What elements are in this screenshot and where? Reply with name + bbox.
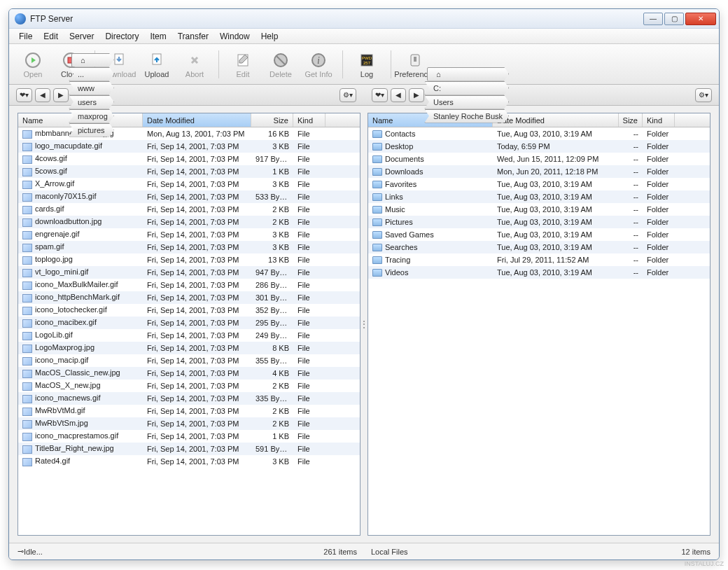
- file-row[interactable]: engrenaje.gifFri, Sep 14, 2001, 7:03 PM3…: [18, 228, 360, 241]
- file-row[interactable]: LogoLib.gifFri, Sep 14, 2001, 7:03 PM249…: [18, 329, 360, 342]
- file-icon: [22, 244, 32, 252]
- file-row[interactable]: 5cows.gifFri, Sep 14, 2001, 7:03 PM1 KBF…: [18, 165, 360, 178]
- titlebar[interactable]: FTP Server — ▢ ✕: [9, 9, 719, 29]
- file-icon: [22, 294, 32, 303]
- forward-button[interactable]: ▶: [53, 88, 69, 102]
- file-icon: [22, 206, 32, 214]
- file-row[interactable]: MwRbVtMd.gifFri, Sep 14, 2001, 7:03 PM2 …: [18, 405, 360, 417]
- menubar: FileEditServerDirectoryItemTransferWindo…: [9, 29, 719, 44]
- file-row[interactable]: MusicTue, Aug 03, 2010, 3:19 AM--Folder: [368, 203, 710, 216]
- file-row[interactable]: MacOS_Classic_new.jpgFri, Sep 14, 2001, …: [18, 367, 360, 380]
- app-icon: [15, 13, 26, 25]
- column-kind[interactable]: Kind: [643, 113, 675, 127]
- menu-help[interactable]: Help: [255, 29, 284, 43]
- column-kind[interactable]: Kind: [293, 113, 326, 127]
- menu-item[interactable]: Item: [144, 29, 172, 43]
- file-row[interactable]: icono_httpBenchMark.gifFri, Sep 14, 2001…: [18, 291, 360, 304]
- breadcrumb-3[interactable]: Stanley Roche Busk: [424, 109, 509, 123]
- breadcrumb-0[interactable]: ⌂: [427, 67, 509, 81]
- file-row[interactable]: DesktopToday, 6:59 PM--Folder: [368, 140, 710, 153]
- back-button-r[interactable]: ◀: [391, 88, 406, 102]
- breadcrumb-2[interactable]: Users: [424, 95, 509, 109]
- back-button[interactable]: ◀: [35, 88, 50, 102]
- file-row[interactable]: 4cows.gifFri, Sep 14, 2001, 7:03 PM917 B…: [18, 153, 360, 165]
- local-pane: NameDate ModifiedSizeKindContactsTue, Au…: [368, 113, 710, 536]
- file-row[interactable]: downloadbutton.jpgFri, Sep 14, 2001, 7:0…: [18, 216, 360, 228]
- file-icon: [22, 143, 32, 151]
- file-row[interactable]: MacOS_X_new.jpgFri, Sep 14, 2001, 7:03 P…: [18, 380, 360, 392]
- file-row[interactable]: TitleBar_Right_new.jpgFri, Sep 14, 2001,…: [18, 443, 360, 455]
- folder-icon: [372, 130, 382, 138]
- file-row[interactable]: MwRbVtSm.jpgFri, Sep 14, 2001, 7:03 PM2 …: [18, 417, 360, 430]
- file-icon: [22, 256, 32, 265]
- breadcrumb-5[interactable]: pictures: [69, 123, 114, 137]
- watermark: INSTALUJ.CZ: [685, 560, 724, 567]
- file-icon: [22, 218, 32, 227]
- file-row[interactable]: logo_macupdate.gifFri, Sep 14, 2001, 7:0…: [18, 140, 360, 153]
- minimize-button[interactable]: —: [643, 13, 663, 25]
- pane-divider[interactable]: [360, 113, 368, 536]
- breadcrumb-1[interactable]: ...: [69, 67, 114, 81]
- breadcrumb-1[interactable]: C:: [424, 81, 509, 95]
- file-icon: [22, 281, 32, 290]
- column-date-modified[interactable]: Date Modified: [143, 113, 251, 127]
- file-icon: [22, 433, 32, 441]
- file-row[interactable]: icono_macnews.gifFri, Sep 14, 2001, 7:03…: [18, 392, 360, 405]
- breadcrumb-2[interactable]: www: [69, 81, 114, 95]
- settings-button[interactable]: ⚙▾: [340, 88, 356, 102]
- column-size[interactable]: Size: [251, 113, 293, 127]
- app-window: FTP Server — ▢ ✕ FileEditServerDirectory…: [8, 8, 720, 560]
- column-size[interactable]: Size: [619, 113, 643, 127]
- file-row[interactable]: icono_macip.gifFri, Sep 14, 2001, 7:03 P…: [18, 354, 360, 367]
- favorites-button-r[interactable]: ❤▾: [372, 88, 388, 102]
- file-row[interactable]: X_Arrow.gifFri, Sep 14, 2001, 7:03 PM3 K…: [18, 178, 360, 190]
- breadcrumb-4[interactable]: maxprog: [69, 109, 114, 123]
- close-button[interactable]: ✕: [685, 13, 716, 25]
- file-row[interactable]: DocumentsWed, Jun 15, 2011, 12:09 PM--Fo…: [368, 153, 710, 165]
- folder-icon: [372, 155, 382, 163]
- file-row[interactable]: LinksTue, Aug 03, 2010, 3:19 AM--Folder: [368, 190, 710, 203]
- file-row[interactable]: Rated4.gifFri, Sep 14, 2001, 7:03 PM3 KB…: [18, 455, 360, 468]
- file-row[interactable]: maconly70X15.gifFri, Sep 14, 2001, 7:03 …: [18, 190, 360, 203]
- file-row[interactable]: Saved GamesTue, Aug 03, 2010, 3:19 AM--F…: [368, 228, 710, 241]
- file-row[interactable]: icono_MaxBulkMailer.gifFri, Sep 14, 2001…: [18, 279, 360, 291]
- file-row[interactable]: LogoMaxprog.jpgFri, Sep 14, 2001, 7:03 P…: [18, 342, 360, 354]
- file-row[interactable]: cards.gifFri, Sep 14, 2001, 7:03 PM2 KBF…: [18, 203, 360, 216]
- file-row[interactable]: TracingFri, Jul 29, 2011, 11:52 AM--Fold…: [368, 253, 710, 266]
- file-row[interactable]: icono_lotochecker.gifFri, Sep 14, 2001, …: [18, 304, 360, 317]
- left-file-list[interactable]: mbmbanner468x60.jpgMon, Aug 13, 2001, 7:…: [18, 127, 360, 535]
- file-row[interactable]: spam.gifFri, Sep 14, 2001, 7:03 PM3 KBFi…: [18, 241, 360, 253]
- file-row[interactable]: vt_logo_mini.gifFri, Sep 14, 2001, 7:03 …: [18, 266, 360, 279]
- file-icon: [22, 307, 32, 315]
- file-icon: [22, 345, 32, 353]
- menu-edit[interactable]: Edit: [38, 29, 64, 43]
- file-row[interactable]: mbmbanner468x60.jpgMon, Aug 13, 2001, 7:…: [18, 127, 360, 140]
- menu-server[interactable]: Server: [64, 29, 99, 43]
- status-right-remote: 261 items: [188, 548, 358, 556]
- breadcrumb-3[interactable]: users: [69, 95, 114, 109]
- file-icon: [22, 382, 32, 391]
- folder-icon: [372, 168, 382, 176]
- favorites-button[interactable]: ❤▾: [16, 88, 32, 102]
- right-file-list[interactable]: ContactsTue, Aug 03, 2010, 3:19 AM--Fold…: [368, 127, 710, 535]
- file-row[interactable]: ContactsTue, Aug 03, 2010, 3:19 AM--Fold…: [368, 127, 710, 140]
- menu-transfer[interactable]: Transfer: [172, 29, 214, 43]
- file-icon: [22, 395, 32, 403]
- file-row[interactable]: PicturesTue, Aug 03, 2010, 3:19 AM--Fold…: [368, 216, 710, 228]
- column-date-modified[interactable]: Date Modified: [493, 113, 619, 127]
- settings-button-r[interactable]: ⚙▾: [695, 88, 712, 102]
- menu-file[interactable]: File: [13, 29, 38, 43]
- maximize-button[interactable]: ▢: [664, 13, 684, 25]
- file-icon: [22, 130, 32, 139]
- file-row[interactable]: FavoritesTue, Aug 03, 2010, 3:19 AM--Fol…: [368, 178, 710, 190]
- forward-button-r[interactable]: ▶: [409, 88, 424, 102]
- menu-window[interactable]: Window: [214, 29, 255, 43]
- file-row[interactable]: DownloadsMon, Jun 20, 2011, 12:18 PM--Fo…: [368, 165, 710, 178]
- file-row[interactable]: SearchesTue, Aug 03, 2010, 3:19 AM--Fold…: [368, 241, 710, 253]
- file-row[interactable]: icono_macibex.gifFri, Sep 14, 2001, 7:03…: [18, 317, 360, 329]
- file-row[interactable]: VideosTue, Aug 03, 2010, 3:19 AM--Folder: [368, 266, 710, 279]
- menu-directory[interactable]: Directory: [99, 29, 144, 43]
- file-row[interactable]: toplogo.jpgFri, Sep 14, 2001, 7:03 PM13 …: [18, 253, 360, 266]
- breadcrumb-0[interactable]: ⌂: [71, 53, 114, 67]
- file-row[interactable]: icono_macprestamos.gifFri, Sep 14, 2001,…: [18, 430, 360, 443]
